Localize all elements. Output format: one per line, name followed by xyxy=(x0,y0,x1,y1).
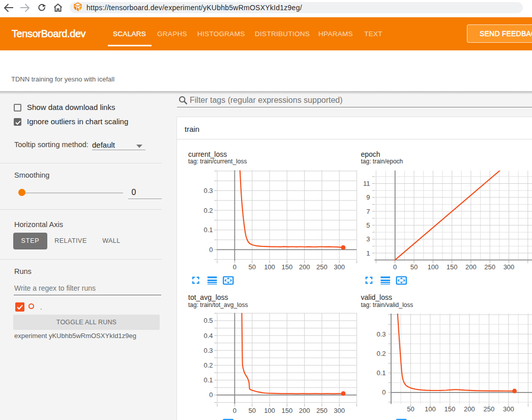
svg-text:0.1: 0.1 xyxy=(376,369,386,377)
svg-text:tag: train/tot_avg_loss: tag: train/tot_avg_loss xyxy=(188,301,248,309)
svg-text:200: 200 xyxy=(464,405,475,413)
svg-text:150: 150 xyxy=(281,263,292,271)
svg-text:0.3: 0.3 xyxy=(376,330,386,338)
svg-text:50: 50 xyxy=(407,405,414,413)
svg-text:0: 0 xyxy=(233,263,237,271)
svg-text:0: 0 xyxy=(382,388,386,396)
svg-text:0.1: 0.1 xyxy=(203,226,213,234)
svg-text:100: 100 xyxy=(427,263,438,271)
svg-text:0: 0 xyxy=(233,407,237,414)
svg-text:250: 250 xyxy=(484,405,495,413)
svg-text:300: 300 xyxy=(334,407,345,414)
svg-text:200: 200 xyxy=(299,407,310,414)
svg-text:0.1: 0.1 xyxy=(203,376,213,384)
svg-text:0: 0 xyxy=(209,391,213,399)
svg-text:200: 200 xyxy=(465,263,477,271)
svg-text:9: 9 xyxy=(366,193,370,201)
svg-text:0.2: 0.2 xyxy=(376,350,386,357)
svg-text:300: 300 xyxy=(503,405,514,413)
svg-text:50: 50 xyxy=(248,407,255,414)
svg-text:tag: train/epoch: tag: train/epoch xyxy=(361,158,403,165)
svg-text:valid_loss: valid_loss xyxy=(361,293,392,301)
svg-text:100: 100 xyxy=(264,407,275,414)
svg-text:50: 50 xyxy=(248,263,255,271)
svg-text:current_loss: current_loss xyxy=(188,150,227,158)
svg-text:0.4: 0.4 xyxy=(203,332,213,340)
svg-text:250: 250 xyxy=(484,263,495,271)
svg-text:3: 3 xyxy=(366,235,370,243)
svg-text:tag: train/current_loss: tag: train/current_loss xyxy=(188,158,247,165)
svg-text:250: 250 xyxy=(316,263,328,271)
svg-text:300: 300 xyxy=(334,263,345,271)
svg-text:1: 1 xyxy=(366,249,370,257)
svg-text:0: 0 xyxy=(393,263,397,271)
svg-text:200: 200 xyxy=(299,263,310,271)
svg-text:0.3: 0.3 xyxy=(203,187,213,194)
svg-text:0: 0 xyxy=(209,246,213,254)
svg-text:0.5: 0.5 xyxy=(203,317,213,324)
svg-text:50: 50 xyxy=(410,263,418,271)
svg-text:0.2: 0.2 xyxy=(203,207,213,214)
svg-text:tag: train/valid_loss: tag: train/valid_loss xyxy=(361,301,413,309)
svg-text:5: 5 xyxy=(366,221,370,229)
svg-text:11: 11 xyxy=(363,180,370,187)
svg-text:150: 150 xyxy=(447,263,458,271)
svg-text:epoch: epoch xyxy=(361,150,380,158)
svg-text:tot_avg_loss: tot_avg_loss xyxy=(188,293,228,301)
svg-text:0.3: 0.3 xyxy=(203,347,213,354)
svg-text:150: 150 xyxy=(445,405,456,413)
svg-text:100: 100 xyxy=(425,405,436,413)
svg-text:300: 300 xyxy=(504,263,515,271)
svg-text:0.2: 0.2 xyxy=(203,361,213,369)
svg-text:100: 100 xyxy=(264,263,275,271)
svg-text:7: 7 xyxy=(366,208,370,215)
svg-text:150: 150 xyxy=(281,407,292,414)
svg-text:250: 250 xyxy=(316,407,328,414)
